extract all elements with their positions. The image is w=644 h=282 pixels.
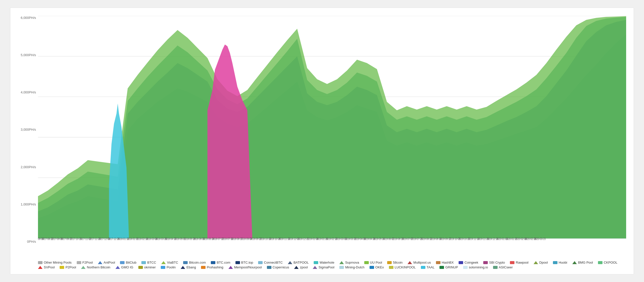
legend-color-swatch <box>339 261 344 264</box>
legend-item: OKEx <box>370 265 384 269</box>
legend-item: Ebang <box>181 265 196 269</box>
legend-label: solomining.io <box>469 265 488 269</box>
legend-item: UU Pool <box>364 261 382 264</box>
legend-color-swatch <box>313 266 317 269</box>
legend-color-swatch <box>493 266 498 269</box>
legend-color-swatch <box>138 266 143 269</box>
legend-color-swatch <box>408 261 412 264</box>
legend-color-swatch <box>81 266 86 269</box>
legend-label: Ebang <box>186 265 196 269</box>
legend-item: BitClub <box>120 261 136 264</box>
legend-item: Suprnova <box>339 261 359 264</box>
y-axis-label: 6,000PH/s <box>21 16 36 20</box>
legend-item: SigmaPool <box>313 265 334 269</box>
legend-label: Waterhole <box>319 261 334 264</box>
chart-plot: 2017-08-04 2017-08-22 2017-09-09 2017-09… <box>38 16 626 259</box>
legend-color-swatch <box>211 261 215 264</box>
legend-item: SBI Crypto <box>483 261 505 264</box>
legend-label: ConnectBTC <box>264 261 283 264</box>
y-axis-label: 0PH/s <box>27 240 36 243</box>
legend-label: ASICseer <box>499 265 513 269</box>
legend-label: Other Mining Pools <box>44 261 72 264</box>
legend-item: Coingeek <box>459 261 478 264</box>
legend-label: Rawpool <box>516 261 529 264</box>
legend-label: Bitcoin.com <box>189 261 206 264</box>
svg-text:2020-03-15: 2020-03-15 <box>534 237 546 241</box>
legend-color-swatch <box>141 261 146 264</box>
legend-color-swatch <box>60 266 64 269</box>
legend-item: AntPool <box>98 261 115 264</box>
legend-item: Bitcoin.com <box>183 261 206 264</box>
legend-item: ConnectBTC <box>258 261 283 264</box>
legend-color-swatch <box>459 261 463 264</box>
legend-label: TAAL <box>427 265 435 269</box>
legend-item: CKPOOL <box>598 261 617 264</box>
legend-color-swatch <box>38 261 43 264</box>
legend-label: F2Pool <box>83 261 93 264</box>
legend-label: Prohashing <box>207 265 223 269</box>
legend-label: OKEx <box>375 265 384 269</box>
legend-item: BMG Pool <box>572 261 593 264</box>
legend-color-swatch <box>77 261 81 264</box>
legend-item: zpool <box>294 265 308 269</box>
legend-label: Northern Bitcoin <box>87 265 110 269</box>
legend-label: BMG Pool <box>578 261 593 264</box>
legend-area: Other Mining PoolsF2PoolAntPoolBitClubBT… <box>18 261 626 269</box>
legend-color-swatch <box>389 266 393 269</box>
legend-color-swatch <box>510 261 514 264</box>
legend-color-swatch <box>181 266 185 269</box>
legend-color-swatch <box>370 266 374 269</box>
legend-label: Multipool.us <box>413 261 431 264</box>
legend-item: 58coin <box>387 261 403 264</box>
legend-color-swatch <box>387 261 392 264</box>
legend-color-swatch <box>364 261 369 264</box>
legend-label: SBI Crypto <box>489 261 505 264</box>
legend-label: BitClub <box>126 261 136 264</box>
legend-label: UU Pool <box>370 261 382 264</box>
legend-item: HashBX <box>436 261 454 264</box>
legend-item: BTC.top <box>235 261 253 264</box>
legend-color-swatch <box>120 261 125 264</box>
legend-color-swatch <box>161 261 166 264</box>
legend-color-swatch <box>38 266 43 269</box>
legend-label: HashBX <box>442 261 454 264</box>
legend-item: okminer <box>138 265 156 269</box>
y-axis: 6,000PH/s5,000PH/s4,000PH/s3,000PH/s2,00… <box>18 16 38 259</box>
legend-label: GRINUP <box>445 265 458 269</box>
legend-label: Suprnova <box>345 261 359 264</box>
legend-color-swatch <box>161 266 165 269</box>
legend-label: AntPool <box>104 261 115 264</box>
legend-label: Coingeek <box>464 261 478 264</box>
legend-item: BTC.com <box>211 261 230 264</box>
chart-container: 6,000PH/s5,000PH/s4,000PH/s3,000PH/s2,00… <box>10 8 634 274</box>
legend-item: SVPool <box>38 265 55 269</box>
legend-color-swatch <box>483 261 488 264</box>
legend-item: GRINUP <box>439 265 458 269</box>
legend-color-swatch <box>201 266 206 269</box>
legend-item: Mempool/Nourpool <box>228 265 262 269</box>
legend-item: Waterhole <box>314 261 334 264</box>
legend-color-swatch <box>294 266 299 269</box>
legend-item: BTCC <box>141 261 156 264</box>
legend-label: SVPool <box>44 265 55 269</box>
legend-color-swatch <box>598 261 602 264</box>
legend-label: BTC.top <box>241 261 253 264</box>
legend-color-swatch <box>98 261 102 264</box>
legend-color-swatch <box>288 261 292 264</box>
chart-area: 6,000PH/s5,000PH/s4,000PH/s3,000PH/s2,00… <box>18 16 626 259</box>
legend-label: Poolin <box>167 265 176 269</box>
legend-label: CKPOOL <box>604 261 617 264</box>
legend-label: LUCKINPOOL <box>395 265 416 269</box>
legend-item: Huobi <box>553 261 567 264</box>
legend-color-swatch <box>115 266 120 269</box>
legend-color-swatch <box>258 261 263 264</box>
legend-label: BTCC <box>147 261 156 264</box>
legend-color-swatch <box>267 266 271 269</box>
legend-item: Northern Bitcoin <box>81 265 110 269</box>
y-axis-label: 4,000PH/s <box>21 90 36 94</box>
legend-color-swatch <box>463 266 468 269</box>
legend-label: 58coin <box>393 261 403 264</box>
legend-item: P2Pool <box>60 265 76 269</box>
y-axis-label: 3,000PH/s <box>21 128 36 131</box>
legend-label: GMO IG <box>121 265 133 269</box>
